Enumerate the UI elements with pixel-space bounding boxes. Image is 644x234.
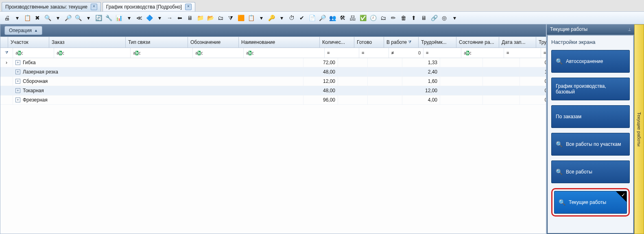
group-chip-operation[interactable]: Операция ▲ bbox=[4, 26, 42, 35]
toolbar-button-37[interactable]: 🗂 bbox=[379, 13, 388, 22]
col-gotovo[interactable]: Готово bbox=[354, 37, 384, 48]
vertical-tab-current-work[interactable]: Текущие работы bbox=[634, 24, 644, 234]
toolbar-button-42[interactable]: 🔗 bbox=[430, 13, 439, 22]
filter-naim[interactable]: abc bbox=[244, 48, 325, 58]
row-indicator bbox=[0, 95, 13, 104]
table-row[interactable]: ›+Гибка72,001,330,00 bbox=[0, 58, 546, 67]
toolbar-button-5[interactable]: ▾ bbox=[53, 13, 62, 22]
table-row[interactable]: +Лазерная резка48,002,401,55 bbox=[0, 67, 546, 77]
filter-dzap[interactable]: = bbox=[504, 48, 541, 58]
toolbar-button-7[interactable]: 🔍 bbox=[74, 13, 83, 22]
toolbar-button-0[interactable]: 🖨 bbox=[2, 13, 11, 22]
toolbar-button-10[interactable]: 🔧 bbox=[104, 13, 113, 22]
toolbar-button-4[interactable]: 🔍 bbox=[43, 13, 52, 22]
group-by-bar[interactable]: Операция ▲ bbox=[0, 24, 546, 37]
toolbar-button-36[interactable]: 🕘 bbox=[369, 13, 378, 22]
filter-oboz[interactable]: abc bbox=[193, 48, 244, 58]
toolbar-button-9[interactable]: 🔄 bbox=[94, 13, 103, 22]
screen-button-2[interactable]: По заказам bbox=[551, 105, 630, 128]
toolbar-button-41[interactable]: 🖥 bbox=[419, 13, 428, 22]
col-uchastok[interactable]: Участок bbox=[8, 37, 49, 48]
col-zakaz[interactable]: Заказ bbox=[49, 37, 126, 48]
toolbar-button-6[interactable]: 🔎 bbox=[63, 13, 72, 22]
toolbar-button-44[interactable]: ▾ bbox=[450, 13, 459, 22]
toolbar-button-1[interactable]: ▾ bbox=[13, 13, 22, 22]
toolbar-button-26[interactable]: 🔑 bbox=[267, 13, 276, 22]
toolbar-button-32[interactable]: 👥 bbox=[328, 13, 337, 22]
toolbar-button-28[interactable]: ⏱ bbox=[287, 13, 296, 22]
filter-icon-cell[interactable]: ⧩ bbox=[0, 48, 13, 58]
screen-button-0[interactable]: 🔍Автосохранение bbox=[551, 50, 630, 73]
toolbar-button-20[interactable]: 📂 bbox=[206, 13, 215, 22]
filter-tip[interactable]: abc bbox=[131, 48, 193, 58]
toolbar-button-15[interactable]: ▾ bbox=[155, 13, 164, 22]
col-tip-svyazi[interactable]: Тип связи bbox=[126, 37, 188, 48]
toolbar-button-3[interactable]: ✖ bbox=[33, 13, 42, 22]
pin-icon[interactable]: ⟂ bbox=[628, 27, 631, 32]
cell-v-rabote bbox=[368, 77, 402, 86]
toolbar-button-16[interactable]: → bbox=[165, 13, 174, 22]
filter-uchastok[interactable]: abc bbox=[13, 48, 54, 58]
col-data-zapuska[interactable]: Дата зап... bbox=[499, 37, 536, 48]
toolbar-button-35[interactable]: ✅ bbox=[358, 13, 367, 22]
expand-icon[interactable]: + bbox=[15, 79, 20, 84]
toolbar-button-21[interactable]: 🗂 bbox=[216, 13, 225, 22]
toolbar-button-23[interactable]: 🟧 bbox=[236, 13, 245, 22]
col-kolichestvo[interactable]: Количес... bbox=[320, 37, 354, 48]
toolbar-button-14[interactable]: 🔷 bbox=[145, 13, 154, 22]
close-icon[interactable]: × bbox=[185, 4, 192, 10]
screen-button-1[interactable]: График производства, базовый bbox=[551, 78, 630, 100]
toolbar-button-11[interactable]: 📊 bbox=[114, 13, 123, 22]
toolbar-button-39[interactable]: 🗑 bbox=[399, 13, 408, 22]
expand-icon[interactable]: + bbox=[15, 60, 20, 65]
table-row[interactable]: +Сборочная12,001,600,00 bbox=[0, 77, 546, 86]
toolbar-button-8[interactable]: ▾ bbox=[84, 13, 93, 22]
col-sostoyanie[interactable]: Состояние ра... bbox=[456, 37, 499, 48]
row-indicator-header bbox=[0, 37, 8, 48]
filter-v-rabote[interactable]: ≠0 bbox=[389, 48, 424, 58]
expand-icon[interactable]: + bbox=[15, 69, 20, 74]
col-naimenovanie[interactable]: Наименование bbox=[239, 37, 320, 48]
toolbar-button-2[interactable]: 📋 bbox=[23, 13, 32, 22]
toolbar-button-30[interactable]: 📄 bbox=[308, 13, 317, 22]
expand-icon[interactable]: + bbox=[15, 98, 20, 102]
toolbar-button-34[interactable]: 品 bbox=[348, 13, 357, 22]
expand-icon[interactable]: + bbox=[15, 88, 20, 93]
tab-production-orders[interactable]: Производственные заказы: текущие × bbox=[2, 2, 101, 11]
filter-zakaz[interactable]: abc bbox=[54, 48, 131, 58]
toolbar-button-38[interactable]: ✏ bbox=[389, 13, 398, 22]
screen-button-4[interactable]: 🔍Все работы bbox=[551, 160, 630, 183]
close-icon[interactable]: × bbox=[91, 4, 97, 10]
filter-trk[interactable]: = bbox=[424, 48, 461, 58]
toolbar-button-25[interactable]: ▾ bbox=[257, 13, 266, 22]
col-v-rabote[interactable]: В работе ⧩ bbox=[384, 37, 419, 48]
toolbar-button-33[interactable]: 🛠 bbox=[338, 13, 347, 22]
filter-kol[interactable]: = bbox=[325, 48, 359, 58]
toolbar-button-40[interactable]: ⬆ bbox=[409, 13, 418, 22]
search-icon: 🔍 bbox=[556, 141, 563, 147]
table-row[interactable]: +Фрезерная96,004,000,00 bbox=[0, 95, 546, 105]
toolbar-button-12[interactable]: ▾ bbox=[124, 13, 133, 22]
screen-button-5[interactable]: 🔍Текущие работы✓ bbox=[554, 191, 627, 214]
toolbar-button-29[interactable]: ✔ bbox=[297, 13, 306, 22]
tab-label: График производства [Подробно] bbox=[106, 4, 182, 10]
funnel-icon: ⧩ bbox=[5, 50, 8, 55]
toolbar-button-31[interactable]: 🔎 bbox=[318, 13, 327, 22]
toolbar-button-13[interactable]: ≪ bbox=[135, 13, 144, 22]
screen-button-label: График производства, базовый bbox=[556, 83, 625, 95]
toolbar-button-18[interactable]: 🖥 bbox=[186, 13, 194, 22]
toolbar-button-24[interactable]: 📋 bbox=[247, 13, 255, 22]
col-trudoemkost[interactable]: Трудоёмк... bbox=[419, 37, 456, 48]
toolbar-button-22[interactable]: ⧩ bbox=[226, 13, 235, 22]
screen-button-3[interactable]: 🔍Все работы по участкам bbox=[551, 133, 630, 156]
toolbar-button-43[interactable]: ◎ bbox=[440, 13, 449, 22]
toolbar-button-27[interactable]: ▾ bbox=[277, 13, 286, 22]
tab-production-schedule[interactable]: График производства [Подробно] × bbox=[103, 2, 195, 11]
filter-sost[interactable]: abc bbox=[461, 48, 504, 58]
side-panel: Текущие работы ⟂ Настройки экрана 🔍Автос… bbox=[546, 24, 634, 234]
table-row[interactable]: +Токарная48,0012,000,00 bbox=[0, 86, 546, 95]
toolbar-button-19[interactable]: 📁 bbox=[196, 13, 205, 22]
filter-got[interactable]: = bbox=[359, 48, 389, 58]
col-oboznachenie[interactable]: Обозначение bbox=[188, 37, 239, 48]
toolbar-button-17[interactable]: ⬅ bbox=[175, 13, 184, 22]
